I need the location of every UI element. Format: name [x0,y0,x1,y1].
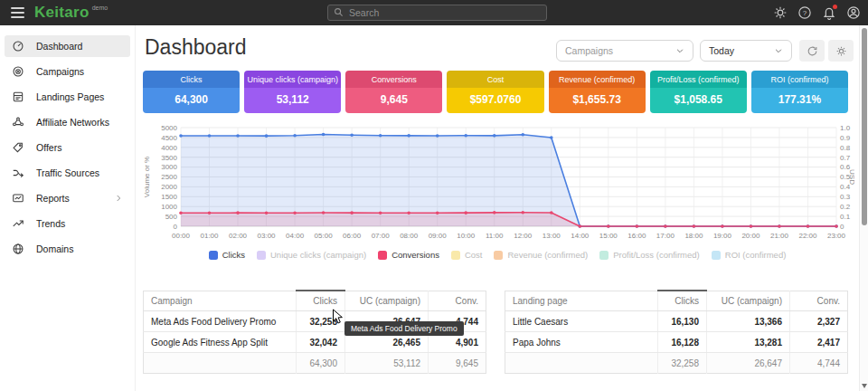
legend-item-profit-loss-confirmed[interactable]: Profit/Loss (confirmed) [599,250,700,260]
table-row[interactable]: Little Caesars16,13013,3662,327 [505,311,848,332]
legend-label: ROI (confirmed) [725,250,787,260]
column-header-conv[interactable]: Conv. [429,291,486,311]
svg-text:4000: 4000 [161,144,177,152]
svg-text:1000: 1000 [161,203,177,211]
row-tooltip: Meta Ads Food Delivery Promo [344,321,464,336]
metric-card-cost: Cost$597.0760 [447,71,543,113]
sidebar-item-affiliate-networks[interactable]: Affiliate Networks [5,111,130,133]
legend-swatch [494,251,503,260]
svg-text:21:00: 21:00 [770,232,789,240]
svg-text:01:00: 01:00 [201,232,220,240]
sidebar-item-landings-pages[interactable]: Landings Pages [5,86,130,108]
settings-icon[interactable] [773,5,788,20]
vertical-scrollbar [859,25,868,391]
column-header-conv[interactable]: Conv. [790,291,848,311]
column-header-uc-campaign[interactable]: UC (campaign) [707,291,790,311]
keitaro-logo[interactable]: Keitaro [34,4,90,22]
svg-text:11:00: 11:00 [486,232,504,240]
total-value: 64,300 [297,353,345,374]
svg-text:23:00: 23:00 [827,232,846,240]
legend-swatch [257,251,266,260]
sidebar-item-label: Campaigns [36,66,84,77]
legend-swatch [209,251,218,260]
svg-text:0: 0 [174,223,178,231]
scrollbar-thumb[interactable] [862,28,867,225]
metric-value: 53,112 [244,88,341,113]
sidebar-item-label: Reports [36,193,70,204]
column-header-landing-page[interactable]: Landing page [505,291,658,311]
campaigns-icon [12,65,24,78]
legend-item-revenue-confirmed[interactable]: Revenue (confirmed) [494,250,588,260]
search-input[interactable] [349,7,541,18]
metric-label: Profit/Loss (confirmed) [650,71,747,88]
svg-text:4500: 4500 [161,134,177,142]
sidebar-item-traffic-sources[interactable]: Traffic Sources [5,162,130,184]
svg-text:2500: 2500 [161,173,177,181]
notifications-bell-icon[interactable] [822,5,836,20]
metric-card-clicks: Clicks64,300 [143,71,240,113]
scrollbar-down-arrow[interactable] [862,384,867,388]
help-icon[interactable]: ? [797,5,812,20]
date-range-select[interactable]: Today [700,40,792,62]
cell-name[interactable]: Meta Ads Food Delivery Promo [144,311,297,332]
offers-icon [12,141,24,154]
legend-label: Unique clicks (campaign) [270,250,366,260]
svg-text:1500: 1500 [161,193,177,201]
svg-text:?: ? [803,9,807,17]
sidebar-item-offers[interactable]: Offers [5,137,130,158]
metric-label: Unique clicks (campaign) [244,71,341,88]
metric-value: $1,655.73 [549,88,646,113]
column-header-campaign[interactable]: Campaign [144,291,297,311]
sidebar-item-label: Dashboard [36,41,82,52]
global-search[interactable] [327,5,547,21]
total-value: 26,647 [707,353,790,374]
cell-name[interactable]: Papa Johns [505,332,658,353]
svg-text:05:00: 05:00 [315,232,334,240]
svg-text:13:00: 13:00 [542,232,561,240]
dashboard-settings-button[interactable] [828,40,854,62]
refresh-button[interactable] [799,40,825,62]
svg-text:5000: 5000 [161,124,177,132]
metric-value: $597.0760 [447,88,543,113]
sidebar-item-domains[interactable]: Domains [5,238,130,260]
campaigns-filter-select[interactable]: Campaigns [556,40,693,62]
legend-item-clicks[interactable]: Clicks [209,250,245,260]
sidebar-item-reports[interactable]: Reports [5,187,130,209]
column-header-clicks[interactable]: Clicks [297,291,345,311]
demo-badge: demo [92,5,108,11]
svg-text:04:00: 04:00 [286,232,305,240]
metric-value: 177.31% [751,88,848,113]
user-avatar-icon[interactable] [846,5,861,20]
metric-card-revenue-confirmed: Revenue (confirmed)$1,655.73 [549,71,646,113]
svg-text:02:00: 02:00 [229,232,248,240]
legend-item-roi-confirmed[interactable]: ROI (confirmed) [712,250,787,260]
sidebar-item-label: Offers [36,142,61,153]
svg-text:0.8: 0.8 [840,144,851,152]
legend-item-unique-clicks-campaign[interactable]: Unique clicks (campaign) [257,250,366,260]
landing-page-table: Landing pageClicksUC (campaign)Conv.Litt… [505,290,848,374]
sidebar-nav: DashboardCampaignsLandings PagesAffiliat… [0,25,136,391]
metric-label: Clicks [143,71,240,88]
table-row[interactable]: Papa Johns16,12813,2812,417 [505,332,848,353]
legend-label: Revenue (confirmed) [507,250,588,260]
column-header-uc-campaign[interactable]: UC (campaign) [345,291,429,311]
total-value: 9,645 [429,353,486,374]
sidebar-item-campaigns[interactable]: Campaigns [5,61,130,82]
svg-text:0.3: 0.3 [840,193,851,201]
hamburger-menu-icon[interactable] [4,0,31,25]
metric-value: $1,058.65 [650,88,747,113]
svg-text:22:00: 22:00 [798,232,817,240]
svg-text:0: 0 [840,223,844,231]
legend-item-conversions[interactable]: Conversions [378,250,439,260]
cell-name[interactable]: Little Caesars [505,311,658,332]
keitaro-dashboard-app: Keitaro demo ? [0,0,868,391]
sidebar-item-trends[interactable]: Trends [5,213,130,234]
sidebar-item-dashboard[interactable]: Dashboard [5,35,130,57]
chevron-down-icon [675,46,684,55]
cell-name[interactable]: Google Ads Fitness App Split [144,332,297,353]
cell-value: 2,327 [790,311,848,332]
legend-item-cost[interactable]: Cost [451,250,483,260]
legend-swatch [599,251,609,260]
chevron-right-icon [114,194,123,203]
column-header-clicks[interactable]: Clicks [658,291,707,311]
